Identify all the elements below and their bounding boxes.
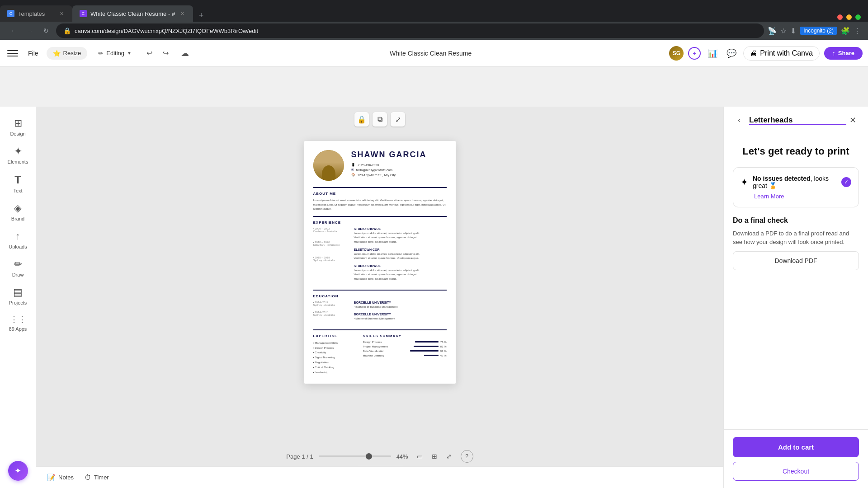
panel-content: Let's get ready to print ✦ No issues det…	[724, 134, 868, 429]
sidebar-label-draw: Draw	[12, 272, 24, 277]
resume-name: SHAWN GARCIA	[351, 150, 447, 160]
sidebar-label-projects: Projects	[9, 300, 27, 305]
share-label: Share	[838, 50, 854, 56]
new-tab-button[interactable]: +	[195, 9, 208, 22]
add-to-cart-button[interactable]: Add to cart	[733, 437, 859, 457]
resume-email: hello@reallygreatsite.com	[356, 169, 393, 172]
notes-icon: 📝	[47, 474, 56, 482]
print-label: Print with Canva	[760, 49, 813, 57]
final-check-title: Do a final check	[733, 216, 859, 225]
resume-canvas-page[interactable]: SHAWN GARCIA 📱 +123-456-7890 ✉ hello@rea…	[304, 141, 456, 384]
status-check-icon: ✓	[841, 177, 851, 187]
user-avatar[interactable]: SG	[669, 46, 684, 61]
save-to-cloud-button[interactable]: ☁	[178, 46, 192, 61]
sidebar-item-projects[interactable]: ▤ Projects	[2, 283, 34, 309]
resume-about-section: ABOUT ME Lorem ipsum dolor sit amet, con…	[313, 192, 447, 211]
panel-back-button[interactable]: ‹	[733, 114, 745, 127]
chevron-down-icon: ▼	[127, 51, 132, 56]
status-text: No issues detected, looks great 🏅	[753, 175, 837, 189]
single-view-button[interactable]: ▭	[414, 450, 426, 463]
panel-title-underline	[749, 124, 846, 125]
canvas-toolbar: 🔒 ⧉ ⤢	[349, 107, 410, 132]
menu-icon[interactable]: ⋮	[854, 27, 861, 35]
checkout-button[interactable]: Checkout	[733, 462, 859, 481]
sidebar-item-uploads[interactable]: ↑ Uploads	[2, 227, 34, 253]
email-icon: ✉	[351, 168, 354, 172]
sidebar-item-draw[interactable]: ✏ Draw	[2, 255, 34, 281]
templates-favicon: C	[7, 10, 14, 17]
fullscreen-button[interactable]: ⤢	[443, 450, 455, 463]
skill-bar-ml	[424, 355, 439, 356]
forward-button[interactable]: →	[24, 24, 36, 37]
expand-tool-button[interactable]: ⤢	[391, 112, 405, 127]
print-icon: 🖨	[750, 49, 757, 57]
sidebar-item-apps[interactable]: ⋮⋮ 89 Apps	[2, 311, 34, 335]
print-with-canva-button[interactable]: 🖨 Print with Canva	[743, 46, 820, 61]
share-button[interactable]: ↑ Share	[824, 47, 863, 60]
page-slider[interactable]	[319, 455, 391, 457]
text-icon: T	[14, 174, 21, 186]
bookmark-icon[interactable]: ☆	[780, 27, 787, 35]
refresh-button[interactable]: ↻	[40, 24, 52, 37]
design-title: White Classic Clean Resume	[197, 50, 665, 57]
resume-phone: +123-456-7890	[358, 164, 379, 167]
sidebar-item-elements[interactable]: ✦ Elements	[2, 142, 34, 168]
sidebar-label-brand: Brand	[11, 216, 24, 221]
zoom-level: 44%	[396, 453, 408, 460]
back-button[interactable]: ←	[7, 24, 20, 37]
security-icon: 🔒	[63, 27, 71, 34]
magic-assistant-button[interactable]: ✦	[8, 461, 28, 481]
tab-design[interactable]: C White Classic Clean Resume - # ✕	[72, 5, 193, 22]
hamburger-menu-button[interactable]	[5, 46, 20, 61]
analytics-button[interactable]: 📊	[705, 46, 720, 61]
resume-divider-education	[313, 290, 447, 291]
resume-address: 123 Anywhere St., Any City	[358, 174, 396, 177]
tab-templates[interactable]: C Templates ✕	[0, 5, 72, 22]
tab-templates-label: Templates	[18, 10, 45, 17]
skill-design: Design Process	[363, 341, 382, 343]
grid-view-button[interactable]: ⊞	[428, 450, 441, 463]
editing-mode-button[interactable]: ✏ Editing ▼	[92, 47, 138, 60]
help-button[interactable]: ?	[461, 450, 473, 463]
sidebar-label-text: Text	[13, 188, 22, 193]
sidebar-label-elements: Elements	[8, 159, 28, 164]
cast-icon: 📡	[768, 27, 777, 35]
tab-design-close[interactable]: ✕	[179, 10, 186, 17]
learn-more-link[interactable]: Learn More	[754, 193, 851, 200]
redo-button[interactable]: ↪	[159, 46, 173, 61]
tab-templates-close[interactable]: ✕	[58, 10, 65, 17]
skills-expertise-section: EXPERTISE • Management Skills • Design P…	[313, 334, 447, 375]
resume-divider-experience	[313, 216, 447, 217]
about-text: Lorem ipsum dolor sit amet, consectetur …	[313, 198, 447, 211]
notes-tool-button[interactable]: 📝 Notes	[47, 474, 74, 482]
canvas-area: 🔒 ⧉ ⤢ SHAWN GAR	[36, 107, 723, 488]
comments-button[interactable]: 💬	[724, 46, 739, 61]
lock-tool-button[interactable]: 🔒	[354, 112, 369, 127]
copy-tool-button[interactable]: ⧉	[373, 112, 387, 127]
panel-close-button[interactable]: ✕	[846, 114, 859, 127]
sidebar-item-text[interactable]: T Text	[2, 170, 34, 197]
resume-divider-skills	[313, 329, 447, 330]
tab-design-label: White Classic Clean Resume - #	[90, 10, 175, 17]
resume-education-section: EDUCATION • 2014–2017Sydney · Australia …	[313, 294, 447, 325]
final-check-desc: Download a PDF to do a final proof read …	[733, 229, 859, 247]
sidebar-item-design[interactable]: ⊞ Design	[2, 114, 34, 140]
education-list: • 2014–2017Sydney · Australia • 2014–201…	[313, 301, 447, 325]
address-bar[interactable]: 🔒 canva.com/design/DAGVwucmxpQ/NZXJQZl7I…	[56, 23, 764, 38]
close-window-button[interactable]	[837, 14, 843, 20]
resize-button[interactable]: ⭐ Resize	[47, 47, 88, 60]
sidebar-item-brand[interactable]: ◈ Brand	[2, 199, 34, 225]
education-title: EDUCATION	[313, 294, 447, 298]
minimize-window-button[interactable]	[846, 14, 852, 20]
timer-tool-button[interactable]: ⏱ Timer	[85, 474, 109, 481]
undo-button[interactable]: ↩	[142, 46, 157, 61]
download-icon[interactable]: ⬇	[790, 27, 796, 35]
add-profile-button[interactable]: +	[688, 47, 701, 60]
download-pdf-button[interactable]: Download PDF	[733, 251, 859, 270]
file-menu-button[interactable]: File	[24, 48, 42, 59]
about-title: ABOUT ME	[313, 192, 447, 196]
extensions-icon[interactable]: 🧩	[841, 27, 850, 35]
incognito-profile-button[interactable]: Incognito (2)	[800, 27, 837, 35]
maximize-window-button[interactable]	[855, 14, 861, 20]
panel-title: Letterheads	[749, 116, 846, 125]
